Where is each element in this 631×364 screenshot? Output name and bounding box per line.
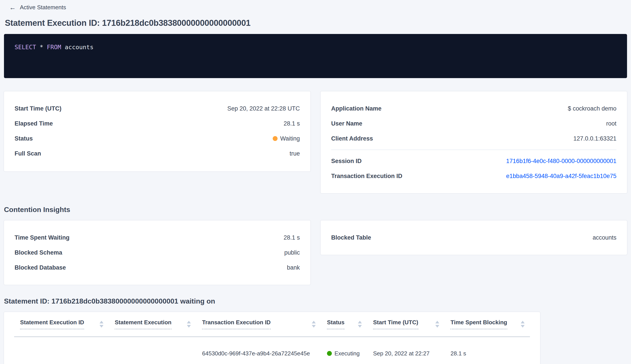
sql-keyword: FROM [47, 44, 61, 50]
kv-label: Client Address [331, 135, 373, 142]
column-header-status[interactable]: Status [321, 312, 367, 337]
kv-label: Status [14, 135, 33, 142]
kv-value: Sep 20, 2022 at 22:28 UTC [227, 105, 300, 112]
kv-row-blocked-schema: Blocked Schema public [14, 245, 300, 260]
sort-icon[interactable] [521, 321, 525, 328]
column-header-label[interactable]: Status [327, 319, 344, 329]
kv-value: 28.1 s [284, 234, 300, 241]
cell-time-spent-blocking: 28.1 s [444, 337, 530, 364]
table-row: 64530d0c-969f-437e-a9b4-26a72245e45e Exe… [14, 337, 530, 364]
cell-statement-execution-id [14, 337, 109, 364]
kv-row-full-scan: Full Scan true [14, 146, 300, 161]
sql-keyword: SELECT [14, 44, 36, 50]
kv-row-user-name: User Name root [331, 116, 616, 131]
column-header-statement-execution-id[interactable]: Statement Execution ID [14, 312, 109, 337]
column-header-statement-execution[interactable]: Statement Execution [109, 312, 196, 337]
column-header-label[interactable]: Statement Execution [115, 319, 172, 329]
sort-icon[interactable] [358, 321, 362, 328]
waiting-on-heading: Statement ID: 1716b218dc0b38380000000000… [4, 297, 627, 305]
status-waiting-dot-icon [273, 136, 278, 141]
kv-value: accounts [592, 234, 616, 241]
session-details-card: Application Name $ cockroach demo User N… [320, 91, 627, 193]
kv-value: 127.0.0.1:63321 [574, 135, 616, 142]
kv-value: 28.1 s [284, 120, 300, 127]
status-label: Waiting [280, 135, 300, 142]
kv-label: Session ID [331, 158, 362, 164]
kv-value: bank [287, 264, 300, 271]
kv-label: Full Scan [14, 150, 41, 157]
sort-icon[interactable] [312, 321, 316, 328]
status-value: Waiting [273, 135, 300, 142]
cell-status: Executing [321, 337, 367, 364]
column-header-label[interactable]: Transaction Execution ID [202, 319, 271, 329]
kv-row-elapsed-time: Elapsed Time 28.1 s [14, 116, 300, 131]
kv-value: root [606, 120, 616, 127]
sort-icon[interactable] [187, 321, 191, 328]
cell-statement-execution [109, 337, 196, 364]
page-title: Statement Execution ID: 1716b218dc0b3838… [5, 18, 627, 28]
cell-transaction-execution-id: 64530d0c-969f-437e-a9b4-26a72245e45e [196, 337, 321, 364]
kv-row-application-name: Application Name $ cockroach demo [331, 101, 616, 116]
sql-plain: * [36, 44, 47, 50]
kv-label: User Name [331, 120, 362, 127]
contention-insights-heading: Contention Insights [4, 206, 627, 214]
column-header-transaction-execution-id[interactable]: Transaction Execution ID [196, 312, 321, 337]
kv-row-time-spent-waiting: Time Spent Waiting 28.1 s [14, 230, 300, 245]
kv-label: Time Spent Waiting [14, 234, 70, 241]
back-link[interactable]: ← Active Statements [9, 4, 66, 11]
blocked-table-card: Blocked Table accounts [320, 220, 627, 255]
kv-row-status: Status Waiting [14, 131, 300, 146]
transaction-execution-id-link[interactable]: e1bba458-5948-40a9-a42f-5feac1b10e75 [506, 173, 616, 180]
contention-details-card: Time Spent Waiting 28.1 s Blocked Schema… [4, 220, 310, 285]
column-header-label[interactable]: Start Time (UTC) [373, 319, 418, 329]
kv-value: public [284, 249, 300, 256]
status-executing-dot-icon [327, 351, 332, 356]
kv-row-client-address: Client Address 127.0.0.1:63321 [331, 131, 616, 146]
kv-row-transaction-execution-id: Transaction Execution ID e1bba458-5948-4… [331, 168, 616, 184]
card-divider [331, 150, 616, 150]
kv-row-start-time: Start Time (UTC) Sep 20, 2022 at 22:28 U… [14, 101, 300, 116]
kv-label: Application Name [331, 105, 382, 112]
status-label: Executing [334, 350, 360, 357]
kv-row-blocked-database: Blocked Database bank [14, 260, 300, 275]
column-header-time-spent-blocking[interactable]: Time Spent Blocking [444, 312, 530, 337]
session-id-link[interactable]: 1716b1f6-4e0c-f480-0000-000000000001 [506, 158, 616, 164]
table-header-row: Statement Execution ID Statement Executi… [14, 312, 530, 337]
sql-plain: accounts [61, 44, 93, 50]
column-header-start-time[interactable]: Start Time (UTC) [367, 312, 444, 337]
waiting-statements-table-card: Statement Execution ID Statement Executi… [4, 312, 540, 364]
sql-statement-text: SELECT * FROM accounts [14, 43, 616, 51]
execution-details-card: Start Time (UTC) Sep 20, 2022 at 22:28 U… [4, 91, 310, 172]
kv-value: $ cockroach demo [568, 105, 616, 112]
kv-label: Transaction Execution ID [331, 173, 402, 180]
kv-label: Blocked Table [331, 234, 371, 241]
kv-row-blocked-table: Blocked Table accounts [331, 230, 616, 245]
kv-label: Start Time (UTC) [14, 105, 62, 112]
cell-start-time: Sep 20, 2022 at 22:27 [367, 337, 444, 364]
statement-execution-page: ← Active Statements Statement Execution … [0, 0, 631, 364]
kv-row-session-id: Session ID 1716b1f6-4e0c-f480-0000-00000… [331, 154, 616, 168]
sort-icon[interactable] [435, 321, 439, 328]
back-link-label[interactable]: Active Statements [20, 4, 66, 11]
kv-label: Blocked Database [14, 264, 66, 271]
arrow-left-icon[interactable]: ← [9, 4, 16, 11]
sort-icon[interactable] [100, 321, 104, 328]
column-header-label[interactable]: Statement Execution ID [20, 319, 84, 329]
kv-label: Elapsed Time [14, 120, 53, 127]
kv-label: Blocked Schema [14, 249, 62, 256]
waiting-statements-table: Statement Execution ID Statement Executi… [14, 312, 530, 364]
column-header-label[interactable]: Time Spent Blocking [450, 319, 507, 329]
sql-statement-box: SELECT * FROM accounts [4, 34, 627, 78]
kv-value: true [290, 150, 300, 157]
